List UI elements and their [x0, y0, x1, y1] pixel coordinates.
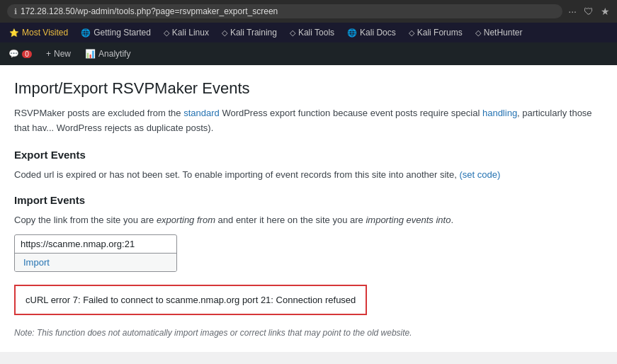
analytify-label: Analytify: [98, 49, 130, 59]
new-label: New: [54, 49, 71, 59]
bookmark-label: Kali Linux: [172, 28, 209, 38]
bookmark-kali-forums[interactable]: ◇ Kali Forums: [404, 25, 468, 40]
export-notice-text: Coded url is expired or has not been set…: [14, 169, 459, 180]
bookmark-kali-docs[interactable]: 🌐 Kali Docs: [342, 25, 401, 40]
star-icon[interactable]: ★: [601, 6, 610, 17]
plus-icon: +: [46, 49, 51, 59]
bookmark-label: Kali Tools: [298, 28, 334, 38]
bookmarks-bar: ⭐ Most Visited 🌐 Getting Started ◇ Kali …: [0, 23, 617, 42]
bookmark-label: Most Visited: [22, 28, 68, 38]
import-description: Copy the link from the site you are expo…: [14, 213, 603, 227]
import-section-title: Import Events: [14, 194, 603, 206]
kali-icon-3: ◇: [290, 28, 295, 38]
standard-link[interactable]: standard: [183, 108, 220, 118]
url-text: 172.28.128.50/wp-admin/tools.php?page=rs…: [21, 6, 278, 16]
analytify-icon: 📊: [85, 49, 96, 59]
export-section: Export Events Coded url is expired or ha…: [14, 149, 603, 182]
comment-icon: 💬: [9, 49, 19, 59]
page-description: RSVPMaker posts are excluded from the st…: [14, 106, 603, 136]
kali-icon-2: ◇: [222, 28, 227, 38]
bookmark-kali-linux[interactable]: ◇ Kali Linux: [159, 25, 214, 40]
import-desc-before: Copy the link from the site you are: [14, 215, 157, 225]
import-url-input[interactable]: [15, 235, 176, 253]
export-section-title: Export Events: [14, 149, 603, 161]
error-box: cURL error 7: Failed to connect to scanm…: [14, 285, 367, 315]
wp-new-item[interactable]: + New: [43, 47, 74, 60]
note-text: Note: This function does not automatical…: [14, 328, 603, 338]
info-icon: ℹ: [14, 7, 17, 16]
bookmark-kali-tools[interactable]: ◇ Kali Tools: [285, 25, 339, 40]
browser-icons: ··· 🛡 ★: [568, 6, 610, 17]
import-desc-middle: and enter it here on the site you are: [215, 215, 366, 225]
export-notice: Coded url is expired or has not been set…: [14, 168, 603, 182]
globe-icon-2: 🌐: [347, 28, 357, 38]
bookmark-label: Kali Docs: [360, 28, 396, 38]
shield-icon[interactable]: 🛡: [584, 6, 594, 17]
bookmark-label: Getting Started: [94, 28, 151, 38]
kali-icon-1: ◇: [164, 28, 169, 38]
wp-admin-toolbar: 💬 0 + New 📊 Analytify: [0, 42, 617, 65]
page-title: Import/Export RSVPMaker Events: [14, 79, 603, 98]
import-button[interactable]: Import: [15, 253, 176, 271]
browser-bar: ℹ 172.28.128.50/wp-admin/tools.php?page=…: [0, 0, 617, 23]
url-bar[interactable]: ℹ 172.28.128.50/wp-admin/tools.php?page=…: [7, 4, 562, 18]
bookmark-label: NetHunter: [484, 28, 523, 38]
wp-analytify-item[interactable]: 📊 Analytify: [82, 47, 133, 60]
main-content: Import/Export RSVPMaker Events RSVPMaker…: [0, 65, 617, 352]
bookmark-label: Kali Training: [230, 28, 277, 38]
set-code-link[interactable]: (set code): [459, 169, 500, 180]
import-desc-end: .: [451, 215, 453, 225]
comment-count-badge: 0: [22, 50, 32, 58]
error-message: cURL error 7: Failed to connect to scanm…: [26, 295, 356, 305]
import-desc-italic1: exporting from: [157, 215, 215, 225]
kali-icon-5: ◇: [475, 28, 481, 38]
more-icon[interactable]: ···: [568, 6, 577, 17]
bookmark-most-visited[interactable]: ⭐ Most Visited: [4, 25, 73, 40]
import-desc-italic2: importing events into: [366, 215, 451, 225]
kali-icon-4: ◇: [409, 28, 414, 38]
globe-icon-1: 🌐: [81, 28, 91, 38]
bookmark-nethunter[interactable]: ◇ NetHunter: [470, 25, 528, 40]
star-bookmark-icon: ⭐: [9, 28, 19, 38]
bookmark-getting-started[interactable]: 🌐 Getting Started: [76, 25, 156, 40]
handling-link[interactable]: handling: [482, 108, 517, 118]
import-url-container: Import: [14, 234, 177, 272]
bookmark-label: Kali Forums: [417, 28, 463, 38]
wp-comments-item[interactable]: 💬 0: [6, 47, 35, 60]
bookmark-kali-training[interactable]: ◇ Kali Training: [217, 25, 282, 40]
import-section: Import Events Copy the link from the sit…: [14, 194, 603, 315]
